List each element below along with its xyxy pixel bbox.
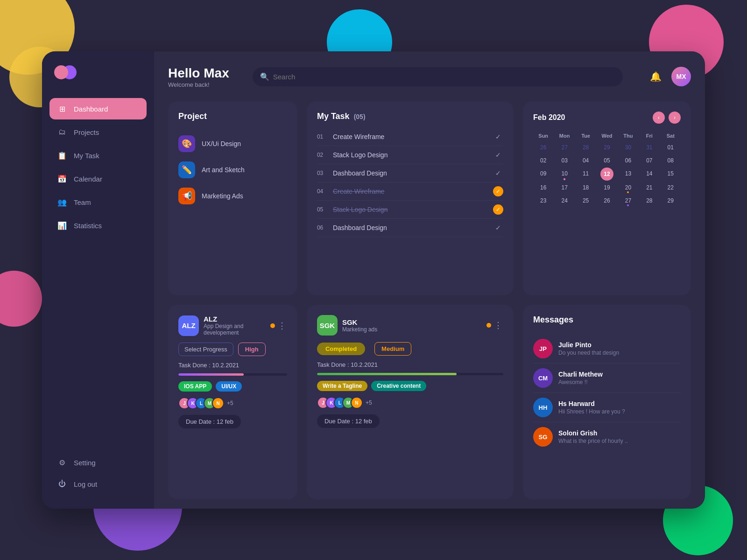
cal-day[interactable]: 22	[661, 182, 681, 194]
msg-item-4[interactable]: SG Soloni Grish What is the price of hou…	[533, 422, 681, 451]
cal-day[interactable]: 04	[576, 154, 596, 167]
sidebar-item-setting[interactable]: ⚙ Setting	[49, 452, 147, 473]
cal-day[interactable]: 01	[661, 141, 681, 154]
msg-item-2[interactable]: CM Charli Methew Awesome !!	[533, 364, 681, 393]
sgk-avatar-5: N	[351, 397, 363, 409]
sgk-progress-fill	[317, 373, 457, 375]
project-card-title: Project	[178, 112, 287, 121]
msg-avatar-4: SG	[533, 427, 553, 447]
sgk-completed-badge: Completed	[317, 343, 365, 355]
cal-day[interactable]: 17	[554, 182, 574, 194]
project-item-ux[interactable]: 🎨 UX/Ui Design	[178, 131, 287, 157]
project-item-marketing[interactable]: 📢 Marketing Ads	[178, 183, 287, 209]
cal-header-fri: Fri	[639, 131, 659, 140]
greeting-title: Hello Max	[168, 65, 229, 81]
cal-day[interactable]: 14	[639, 168, 659, 181]
alz-dot-menu[interactable]: ⋮	[278, 321, 287, 331]
sidebar-label-team: Team	[74, 198, 91, 206]
calendar-icon: 📅	[57, 174, 67, 184]
projects-icon: 🗂	[57, 127, 67, 137]
search-input[interactable]	[253, 67, 623, 86]
alz-card: ALZ ALZ App Design and developement ⋮ Se…	[168, 305, 297, 499]
cal-day-today[interactable]: 12	[597, 168, 617, 181]
cal-day[interactable]: 15	[661, 168, 681, 181]
sgk-dot-menu[interactable]: ⋮	[494, 320, 503, 330]
project-icon-ux: 🎨	[178, 135, 195, 152]
sgk-badge: SGK	[317, 315, 338, 336]
cal-day[interactable]: 25	[576, 195, 596, 207]
cal-day[interactable]: 09	[533, 168, 553, 181]
msg-item-1[interactable]: JP Julie Pinto Do you need that design	[533, 334, 681, 364]
alz-progress-row: Select Progress High	[178, 343, 287, 356]
calendar-prev-button[interactable]: ‹	[653, 112, 665, 124]
sidebar-item-calendar[interactable]: 📅 Calendar	[49, 168, 147, 189]
task-item-5[interactable]: 05 Stack Logo Design ✓	[317, 201, 503, 219]
cal-header-sun: Sun	[533, 131, 553, 140]
alz-menu: ⋮	[270, 321, 287, 331]
cal-day-10[interactable]: 10	[554, 168, 574, 181]
cal-day[interactable]: 06	[618, 154, 638, 167]
cal-day[interactable]: 29	[597, 141, 617, 154]
calendar-nav: ‹ ›	[653, 112, 681, 124]
greeting-subtitle: Welcome back!	[168, 81, 229, 88]
cal-day[interactable]: 27	[554, 141, 574, 154]
notifications-button[interactable]: 🔔	[646, 67, 665, 86]
alz-subtitle: App Design and developement	[204, 323, 270, 336]
cal-day[interactable]: 30	[618, 141, 638, 154]
sidebar-label-logout: Log out	[74, 480, 97, 488]
alz-info: ALZ App Design and developement	[204, 315, 270, 336]
msg-item-3[interactable]: HH Hs Harward Hii Shrees ! How are you ?	[533, 393, 681, 422]
cal-header-tue: Tue	[576, 131, 596, 140]
cal-day[interactable]: 11	[576, 168, 596, 181]
cal-day[interactable]: 29	[661, 195, 681, 207]
cal-day[interactable]: 05	[597, 154, 617, 167]
task-item-1[interactable]: 01 Create Wireframe ✓	[317, 128, 503, 146]
msg-avatar-2: CM	[533, 368, 553, 388]
task-item-2[interactable]: 02 Stack Logo Design ✓	[317, 146, 503, 164]
cal-day[interactable]: 13	[618, 168, 638, 181]
sidebar-item-statistics[interactable]: 📊 Statistics	[49, 215, 147, 236]
sgk-info: SGK Marketing ads	[342, 318, 486, 333]
msg-content-3: Hs Harward Hii Shrees ! How are you ?	[558, 400, 625, 415]
cal-day-20[interactable]: 20	[618, 182, 638, 194]
sidebar-item-mytask[interactable]: 📋 My Task	[49, 145, 147, 166]
sidebar-item-projects[interactable]: 🗂 Projects	[49, 121, 147, 143]
task-check-1: ✓	[493, 132, 503, 142]
msg-avatar-1: JP	[533, 339, 553, 358]
msg-name-3: Hs Harward	[558, 400, 625, 407]
cal-day[interactable]: 24	[554, 195, 574, 207]
mytask-icon: 📋	[57, 150, 67, 161]
cal-day[interactable]: 16	[533, 182, 553, 194]
cal-day[interactable]: 08	[661, 154, 681, 167]
cal-day[interactable]: 31	[639, 141, 659, 154]
cal-day[interactable]: 28	[639, 195, 659, 207]
calendar-card: Feb 2020 ‹ › Sun Mon Tue Wed Thu Fri Sat…	[523, 101, 691, 296]
cal-day[interactable]: 19	[597, 182, 617, 194]
alz-progress-select[interactable]: Select Progress	[178, 343, 233, 356]
header: Hello Max Welcome back! 🔍 🔔 MX	[168, 65, 691, 88]
messages-card: Messages JP Julie Pinto Do you need that…	[523, 305, 691, 499]
task-item-3[interactable]: 03 Dashboard Design ✓	[317, 164, 503, 182]
task-item-6[interactable]: 06 Dashboard Design ✓	[317, 219, 503, 237]
cal-day[interactable]: 02	[533, 154, 553, 167]
sidebar-item-logout[interactable]: ⏻ Log out	[49, 473, 147, 495]
cal-day[interactable]: 23	[533, 195, 553, 207]
user-avatar-button[interactable]: MX	[671, 67, 691, 86]
cal-day[interactable]: 03	[554, 154, 574, 167]
sidebar-item-team[interactable]: 👥 Team	[49, 191, 147, 213]
sgk-priority-badge: Medium	[374, 342, 411, 356]
cal-day[interactable]: 28	[576, 141, 596, 154]
cal-day[interactable]: 18	[576, 182, 596, 194]
cal-day[interactable]: 26	[597, 195, 617, 207]
alz-tag-ios: IOS APP	[178, 381, 212, 392]
project-item-art[interactable]: ✏️ Art and Sketch	[178, 157, 287, 183]
sidebar-item-dashboard[interactable]: ⊞ Dashboard	[49, 98, 147, 119]
project-card: Project 🎨 UX/Ui Design ✏️ Art and Sketch…	[168, 101, 297, 296]
cal-day[interactable]: 26	[533, 141, 553, 154]
cal-day[interactable]: 21	[639, 182, 659, 194]
cal-day[interactable]: 07	[639, 154, 659, 167]
task-item-4[interactable]: 04 Create Wireframe ✓	[317, 182, 503, 201]
calendar-next-button[interactable]: ›	[669, 112, 681, 124]
dashboard-icon: ⊞	[57, 104, 67, 114]
cal-day-27[interactable]: 27	[618, 195, 638, 207]
